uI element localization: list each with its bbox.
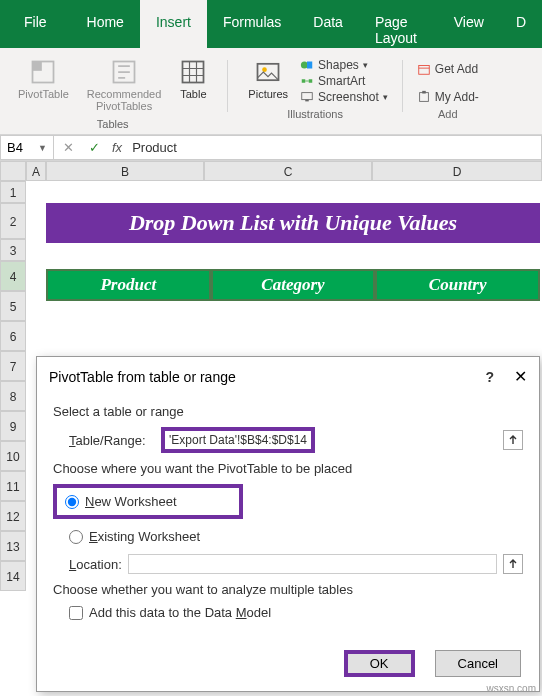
close-button[interactable]: ✕: [514, 367, 527, 386]
tab-insert[interactable]: Insert: [140, 0, 207, 48]
store-icon: [417, 62, 431, 76]
get-addins-label: Get Add: [435, 62, 478, 76]
col-header-C[interactable]: C: [204, 161, 372, 181]
tab-data[interactable]: Data: [297, 0, 359, 48]
checkbox-input[interactable]: [69, 606, 83, 620]
row-header[interactable]: 11: [0, 471, 26, 501]
screenshot-label: Screenshot: [318, 90, 379, 104]
tab-formulas[interactable]: Formulas: [207, 0, 297, 48]
table-range-label: Table/Range:: [69, 433, 157, 448]
new-worksheet-highlight: New Worksheet: [53, 484, 243, 519]
chevron-down-icon[interactable]: ▼: [38, 143, 47, 153]
range-picker-button[interactable]: [503, 430, 523, 450]
radio-input[interactable]: [69, 530, 83, 544]
table-header: Category: [211, 269, 376, 301]
name-box[interactable]: B4 ▼: [0, 135, 54, 160]
row-header[interactable]: 7: [0, 351, 26, 381]
svg-rect-1: [33, 62, 42, 71]
recommended-pivot-label: Recommended PivotTables: [87, 88, 162, 112]
ok-button[interactable]: OK: [344, 650, 415, 677]
col-header-A[interactable]: A: [26, 161, 46, 181]
help-button[interactable]: ?: [485, 369, 494, 385]
pictures-label: Pictures: [248, 88, 288, 100]
row-header[interactable]: 10: [0, 441, 26, 471]
row-header[interactable]: 12: [0, 501, 26, 531]
my-addins-label: My Add-: [435, 90, 479, 104]
svg-rect-10: [302, 93, 313, 100]
collapse-icon: [507, 558, 519, 570]
svg-rect-14: [422, 91, 426, 94]
watermark: wsxsn.com: [487, 683, 536, 694]
row-header[interactable]: 3: [0, 239, 26, 261]
choose-placement-label: Choose where you want the PivotTable to …: [53, 461, 523, 476]
table-button[interactable]: Table: [173, 56, 213, 102]
addin-icon: [417, 90, 431, 104]
ribbon: PivotTable Recommended PivotTables Table…: [0, 48, 542, 135]
new-worksheet-label: New Worksheet: [85, 494, 177, 509]
col-header-B[interactable]: B: [46, 161, 204, 181]
title-bar: File Home Insert Formulas Data Page Layo…: [0, 0, 542, 48]
row-header[interactable]: 2: [0, 203, 26, 239]
svg-rect-13: [419, 93, 428, 102]
svg-rect-7: [307, 62, 312, 69]
col-header-D[interactable]: D: [372, 161, 542, 181]
new-worksheet-radio[interactable]: New Worksheet: [65, 492, 231, 511]
pictures-button[interactable]: Pictures: [242, 56, 294, 102]
row-header[interactable]: 13: [0, 531, 26, 561]
row-header[interactable]: 14: [0, 561, 26, 591]
smartart-icon: [300, 74, 314, 88]
tab-file[interactable]: File: [0, 0, 71, 48]
svg-rect-12: [419, 66, 430, 75]
pivottable-dialog: PivotTable from table or range ? ✕ Selec…: [36, 356, 540, 692]
tab-more[interactable]: D: [500, 0, 542, 48]
pivottable-icon: [29, 58, 57, 86]
tab-view[interactable]: View: [438, 0, 500, 48]
row-header[interactable]: 8: [0, 381, 26, 411]
table-header: Country: [375, 269, 540, 301]
enter-formula-button[interactable]: ✓: [86, 140, 102, 155]
smartart-button[interactable]: SmartArt: [300, 74, 388, 88]
fx-icon[interactable]: fx: [112, 140, 122, 155]
screenshot-button[interactable]: Screenshot ▾: [300, 90, 388, 104]
table-range-input[interactable]: 'Export Data'!$B$4:$D$14: [161, 427, 315, 453]
cancel-formula-button[interactable]: ✕: [60, 140, 76, 155]
row-header[interactable]: 6: [0, 321, 26, 351]
location-label: Location:: [69, 557, 122, 572]
table-icon: [179, 58, 207, 86]
tab-home[interactable]: Home: [71, 0, 140, 48]
shapes-label: Shapes: [318, 58, 359, 72]
svg-rect-3: [183, 62, 204, 83]
existing-worksheet-radio[interactable]: Existing Worksheet: [69, 527, 523, 546]
svg-point-6: [301, 62, 308, 69]
location-input[interactable]: [128, 554, 497, 574]
table-header: Product: [46, 269, 211, 301]
get-addins-button[interactable]: Get Add: [417, 62, 479, 76]
data-model-label: Add this data to the Data Model: [89, 605, 271, 620]
svg-rect-9: [309, 79, 313, 83]
row-header[interactable]: 5: [0, 291, 26, 321]
tab-page-layout[interactable]: Page Layout: [359, 0, 438, 48]
svg-rect-11: [305, 100, 309, 102]
row-header[interactable]: 9: [0, 411, 26, 441]
data-model-checkbox[interactable]: Add this data to the Data Model: [69, 605, 523, 620]
pivottable-button[interactable]: PivotTable: [12, 56, 75, 102]
recommended-pivot-button[interactable]: Recommended PivotTables: [81, 56, 168, 114]
ribbon-tables-label: Tables: [97, 114, 129, 132]
location-picker-button[interactable]: [503, 554, 523, 574]
row-header[interactable]: 1: [0, 181, 26, 203]
screenshot-icon: [300, 90, 314, 104]
my-addins-button[interactable]: My Add-: [417, 90, 479, 104]
name-box-value: B4: [7, 140, 23, 155]
table-label: Table: [180, 88, 206, 100]
cancel-button[interactable]: Cancel: [435, 650, 521, 677]
select-all-corner[interactable]: [0, 161, 26, 181]
svg-rect-8: [302, 79, 306, 83]
pictures-icon: [254, 58, 282, 86]
ribbon-addins-label: Add: [438, 104, 458, 122]
shapes-button[interactable]: Shapes ▾: [300, 58, 388, 72]
radio-input[interactable]: [65, 495, 79, 509]
formula-bar: B4 ▼ ✕ ✓ fx Product: [0, 135, 542, 161]
existing-worksheet-label: Existing Worksheet: [89, 529, 200, 544]
row-header[interactable]: 4: [0, 261, 26, 291]
formula-value[interactable]: Product: [132, 140, 177, 155]
